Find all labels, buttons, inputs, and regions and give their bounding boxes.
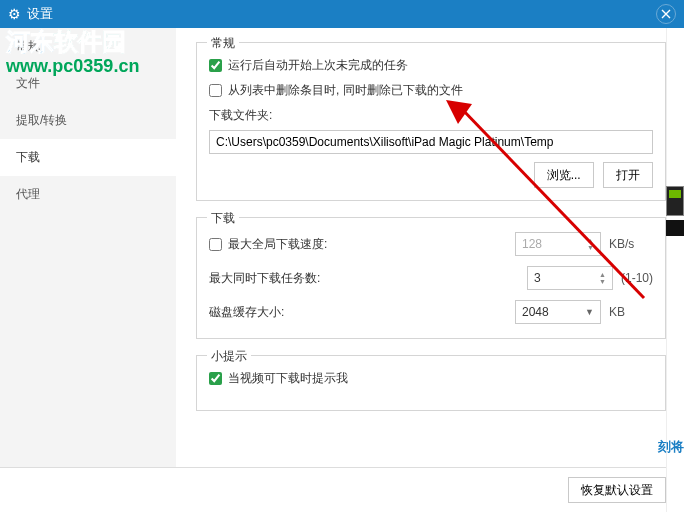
group-title-general: 常规	[207, 35, 239, 52]
right-text-fragment: 刻将	[658, 438, 684, 456]
disk-cache-select[interactable]: 2048 ▼	[515, 300, 601, 324]
max-tasks-spin[interactable]: 3 ▲▼	[527, 266, 613, 290]
sidebar-item-proxy[interactable]: 代理	[0, 176, 176, 213]
group-title-tip: 小提示	[207, 348, 251, 365]
checkbox-autostart[interactable]: 运行后自动开始上次未完成的任务	[209, 57, 653, 74]
nvidia-badge-fragment	[666, 186, 684, 216]
checkbox-max-global[interactable]: 最大全局下载速度:	[209, 236, 327, 253]
group-general: 常规 运行后自动开始上次未完成的任务 从列表中删除条目时, 同时删除已下载的文件…	[196, 42, 666, 201]
disk-cache-label: 磁盘缓存大小:	[209, 304, 284, 321]
footer: 恢复默认设置	[0, 468, 684, 512]
titlebar: ⚙ 设置	[0, 0, 684, 28]
unit-kb: KB	[609, 305, 653, 319]
sidebar: 常规 文件 提取/转换 下载 代理	[0, 28, 176, 467]
app-icon: ⚙	[8, 6, 21, 22]
download-folder-input[interactable]	[209, 130, 653, 154]
sidebar-item-convert[interactable]: 提取/转换	[0, 102, 176, 139]
group-download: 下载 最大全局下载速度: 128 ▲▼ KB/s 最大同时下载任务数: 3	[196, 217, 666, 339]
main-panel: 常规 运行后自动开始上次未完成的任务 从列表中删除条目时, 同时删除已下载的文件…	[176, 28, 684, 467]
sidebar-item-download[interactable]: 下载	[0, 139, 176, 176]
group-tip: 小提示 当视频可下载时提示我	[196, 355, 666, 411]
max-tasks-label: 最大同时下载任务数:	[209, 270, 320, 287]
max-tasks-range: (1-10)	[621, 271, 653, 285]
browse-button[interactable]: 浏览...	[534, 162, 594, 188]
sidebar-item-file[interactable]: 文件	[0, 65, 176, 102]
restore-defaults-button[interactable]: 恢复默认设置	[568, 477, 666, 503]
spin-arrows-icon[interactable]: ▲▼	[599, 271, 606, 285]
max-global-spin: 128 ▲▼	[515, 232, 601, 256]
open-button[interactable]: 打开	[603, 162, 653, 188]
checkbox-delete-files[interactable]: 从列表中删除条目时, 同时删除已下载的文件	[209, 82, 653, 99]
checkbox-prompt[interactable]: 当视频可下载时提示我	[209, 370, 653, 387]
sidebar-item-general[interactable]: 常规	[0, 28, 176, 65]
group-title-download: 下载	[207, 210, 239, 227]
dark-fragment	[666, 220, 684, 236]
download-folder-label: 下载文件夹:	[209, 107, 653, 124]
chevron-down-icon: ▼	[585, 307, 594, 317]
window-title: 设置	[27, 5, 53, 23]
close-icon[interactable]	[656, 4, 676, 24]
unit-kbs: KB/s	[609, 237, 653, 251]
spin-arrows-icon: ▲▼	[587, 237, 594, 251]
